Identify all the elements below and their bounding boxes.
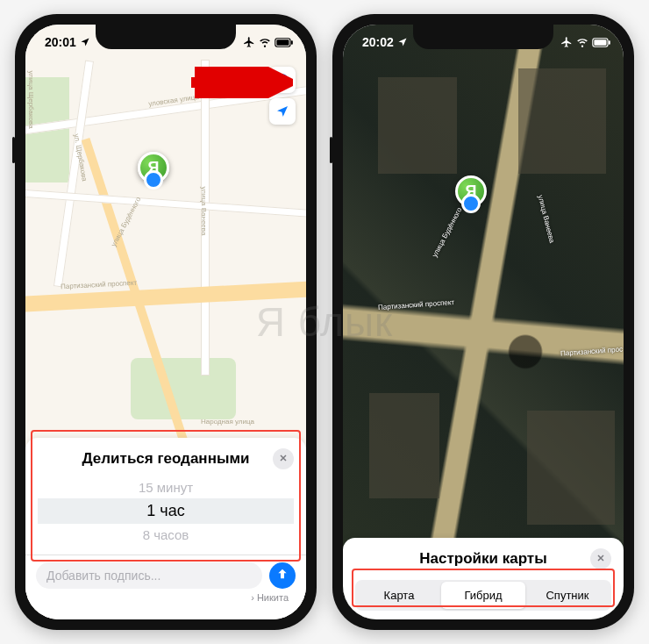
arrow-up-icon <box>275 567 289 584</box>
battery-icon <box>275 36 287 48</box>
caption-bar: Добавить подпись... › Никита <box>25 555 306 619</box>
caption-input[interactable]: Добавить подпись... <box>36 562 262 589</box>
notch <box>413 25 553 49</box>
avatar-letter: Я <box>148 159 160 177</box>
svg-rect-2 <box>291 40 293 45</box>
notch <box>96 25 236 49</box>
map-settings-sheet: Настройки карты Карта Гибрид Спутник <box>343 538 624 619</box>
sheet-title: Настройки карты <box>355 550 611 568</box>
street-label: улица Щербакова <box>27 71 35 129</box>
segment-hybrid[interactable]: Гибрид <box>441 582 525 609</box>
wifi-icon <box>259 36 271 48</box>
close-icon <box>596 552 606 566</box>
status-time: 20:02 <box>362 35 394 49</box>
close-icon <box>278 452 289 466</box>
user-location-pin[interactable]: Я <box>455 175 487 207</box>
screen-left: 20:01 Парт <box>25 25 306 619</box>
svg-rect-1 <box>276 39 289 45</box>
airplane-mode-icon <box>243 36 255 48</box>
close-button[interactable] <box>273 448 294 469</box>
location-services-icon <box>80 36 92 48</box>
close-button[interactable] <box>590 548 611 569</box>
map-type-segmented-control[interactable]: Карта Гибрид Спутник <box>355 580 611 611</box>
battery-icon <box>592 36 604 48</box>
recipient-row[interactable]: › Никита <box>36 592 296 603</box>
segment-map[interactable]: Карта <box>357 582 441 609</box>
street-label: Партизанский проспект <box>378 298 454 311</box>
svg-rect-7 <box>594 39 606 45</box>
caption-placeholder: Добавить подпись... <box>46 569 160 583</box>
svg-rect-8 <box>609 40 610 45</box>
location-services-icon <box>397 36 410 48</box>
duration-option[interactable]: 8 часов <box>38 524 294 546</box>
segment-satellite[interactable]: Спутник <box>525 582 610 609</box>
user-location-pin[interactable]: Я <box>138 152 169 183</box>
street-label: Народная улица <box>201 418 254 426</box>
street-label: улица Будённого <box>431 206 463 259</box>
street-label: Партизанский проспект <box>61 279 137 291</box>
screen-right: 20:02 Партизанский <box>343 25 624 619</box>
send-button[interactable] <box>269 562 296 589</box>
duration-option[interactable]: 15 минут <box>38 476 294 498</box>
map-info-button[interactable] <box>269 67 296 93</box>
wifi-icon <box>576 36 588 48</box>
sheet-title: Делиться геоданными <box>38 450 294 468</box>
recipient-name: Никита <box>257 592 289 603</box>
share-location-sheet: Делиться геоданными 15 минут 1 час 8 час… <box>25 438 306 555</box>
current-location-button[interactable] <box>269 98 296 125</box>
map-view-hybrid[interactable]: Партизанский проспект улица Ванеева Парт… <box>343 25 624 619</box>
street-label: Партизанский прос <box>560 346 623 358</box>
phone-right: 20:02 Партизанский <box>332 14 634 630</box>
duration-picker[interactable]: 15 минут 1 час 8 часов <box>38 476 294 546</box>
duration-option-selected[interactable]: 1 час <box>38 498 294 524</box>
airplane-mode-icon <box>560 36 573 48</box>
svg-point-5 <box>282 76 282 77</box>
street-label: улица Ванеева <box>537 194 556 243</box>
street-label: улица Ванеева <box>200 187 208 236</box>
status-time: 20:01 <box>45 35 76 49</box>
avatar-letter: Я <box>466 182 477 201</box>
phone-left: 20:01 Парт <box>15 14 317 630</box>
